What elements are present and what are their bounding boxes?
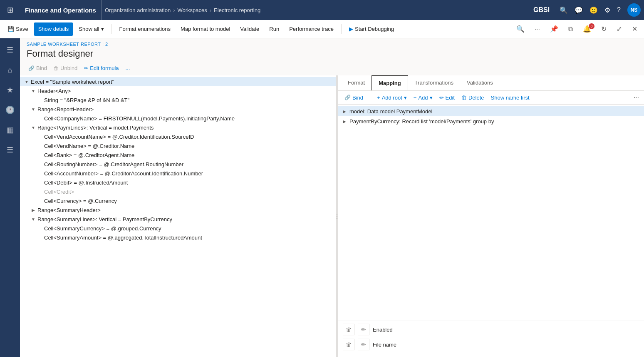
edit-icon: ✏ bbox=[439, 95, 444, 101]
sidebar-nav-hamburger[interactable]: ☰ bbox=[2, 42, 18, 58]
tree-item[interactable]: String = "&RPage &P of &N &D &T" bbox=[20, 95, 336, 105]
split-button[interactable]: ⧉ bbox=[565, 24, 576, 35]
mapping-expander-icon[interactable]: ▶ bbox=[341, 108, 348, 115]
tree-item[interactable]: ▼ Excel = "Sample worksheet report" bbox=[20, 77, 336, 86]
run-button[interactable]: Run bbox=[265, 22, 283, 36]
breadcrumb-chevron-2: › bbox=[210, 7, 211, 13]
edit-formula-button[interactable]: ✏ Edit formula bbox=[82, 64, 120, 72]
add-icon: + bbox=[414, 95, 417, 101]
expander-icon bbox=[37, 188, 43, 195]
app-title: Finance and Operations bbox=[20, 0, 102, 20]
show-details-button[interactable]: Show details bbox=[34, 22, 73, 36]
help-icon[interactable]: ? bbox=[617, 6, 621, 14]
validate-button[interactable]: Validate bbox=[236, 22, 263, 36]
tree-item[interactable]: Cell<AccountNumber> = @.CreditorAccount.… bbox=[20, 169, 336, 178]
tree-item[interactable]: Cell<Currency> = @.Currency bbox=[20, 196, 336, 205]
top-nav: ⊞ Finance and Operations Organization ad… bbox=[0, 0, 644, 20]
property-row-filename: 🗑 ✏ File name bbox=[343, 339, 639, 350]
user-avatar[interactable]: NS bbox=[627, 3, 641, 17]
format-enumerations-button[interactable]: Format enumerations bbox=[115, 22, 175, 36]
mapping-toolbar: 🔗 Bind + Add root ▾ + Add ▾ bbox=[338, 91, 644, 105]
expander-icon[interactable]: ▼ bbox=[30, 124, 37, 131]
mapping-item[interactable]: ▶ model: Data model PaymentModel bbox=[338, 106, 644, 116]
show-all-button[interactable]: Show all ▾ bbox=[74, 22, 108, 36]
unbind-button[interactable]: 🗑 Unbind bbox=[52, 64, 79, 72]
pin-button[interactable]: 📌 bbox=[547, 23, 562, 35]
tab-transformations[interactable]: Transformations bbox=[408, 75, 460, 91]
page-breadcrumb: SAMPLE WORKSHEET REPORT : 2 bbox=[27, 42, 637, 47]
tree-item[interactable]: ▼ Range<PaymLines>: Vertical = model.Pay… bbox=[20, 123, 336, 132]
search-icon[interactable]: 🔍 bbox=[560, 6, 568, 14]
expander-icon bbox=[37, 115, 43, 122]
sidebar-nav-home[interactable]: ⌂ bbox=[2, 62, 18, 78]
performance-trace-button[interactable]: Performance trace bbox=[285, 22, 338, 36]
mapping-bind-icon: 🔗 bbox=[344, 95, 351, 100]
sidebar-nav-workspaces[interactable]: ▦ bbox=[2, 122, 18, 138]
notification-badge: 0 bbox=[589, 23, 594, 29]
tree-item[interactable]: Cell<Credit> bbox=[20, 187, 336, 196]
enabled-label: Enabled bbox=[373, 327, 393, 333]
waffle-icon[interactable]: ⊞ bbox=[3, 3, 17, 17]
bind-button[interactable]: 🔗 Bind bbox=[27, 64, 49, 72]
expander-icon bbox=[37, 179, 43, 186]
filename-edit-button[interactable]: ✏ bbox=[358, 339, 369, 350]
add-button[interactable]: + Add ▾ bbox=[412, 94, 434, 102]
mapping-more-button[interactable]: ··· bbox=[634, 94, 639, 101]
tree-item[interactable]: Cell<Debit> = @.InstructedAmount bbox=[20, 178, 336, 187]
tab-mapping[interactable]: Mapping bbox=[372, 75, 408, 90]
show-name-first-button[interactable]: Show name first bbox=[489, 94, 531, 102]
page-title: Format designer bbox=[27, 48, 637, 59]
mapping-bind-button[interactable]: 🔗 Bind bbox=[343, 94, 365, 102]
tree-item[interactable]: ▼ Range<SummaryLines>: Vertical = Paymen… bbox=[20, 215, 336, 224]
expander-icon[interactable]: ▼ bbox=[30, 106, 37, 112]
tree-item[interactable]: Cell<Bank> = @.CreditorAgent.Name bbox=[20, 150, 336, 160]
save-button[interactable]: 💾 Save bbox=[3, 22, 32, 36]
sidebar-nav-modules[interactable]: ☰ bbox=[2, 142, 18, 158]
enabled-delete-button[interactable]: 🗑 bbox=[343, 324, 354, 335]
tree-item[interactable]: Cell<SummaryCurrency> = @.grouped.Curren… bbox=[20, 224, 336, 233]
breadcrumb-workspaces[interactable]: Workspaces bbox=[177, 7, 207, 13]
settings-icon[interactable]: ⚙ bbox=[604, 6, 610, 14]
tab-validations[interactable]: Validations bbox=[460, 75, 500, 91]
delete-button[interactable]: 🗑 Delete bbox=[460, 94, 486, 102]
debug-icon: ▶ bbox=[349, 26, 353, 32]
chat-icon[interactable]: 💬 bbox=[575, 6, 583, 14]
tree-item[interactable]: Cell<VendAccountName> = @.Creditor.Ident… bbox=[20, 132, 336, 141]
start-debugging-button[interactable]: ▶ Start Debugging bbox=[345, 22, 398, 36]
more-options-button[interactable]: ··· bbox=[531, 24, 543, 35]
breadcrumb-org-admin[interactable]: Organization administration bbox=[105, 7, 171, 13]
expander-icon[interactable]: ▶ bbox=[30, 207, 37, 213]
notification-button[interactable]: 🔔 0 bbox=[580, 23, 594, 35]
tree-item[interactable]: ▼ Header<Any> bbox=[20, 86, 336, 95]
mapping-item[interactable]: ▶ PaymentByCurrency: Record list 'model/… bbox=[338, 116, 644, 126]
mapping-panel: Format Mapping Transformations Validatio… bbox=[338, 75, 644, 357]
page-toolbar: 🔗 Bind 🗑 Unbind ✏ Edit formula ... bbox=[20, 62, 644, 75]
expander-icon[interactable]: ▼ bbox=[30, 87, 37, 94]
mapping-expander-icon[interactable]: ▶ bbox=[341, 118, 348, 125]
breadcrumb-electronic-reporting[interactable]: Electronic reporting bbox=[214, 7, 260, 13]
tree-item[interactable]: Cell<SummaryAmount> = @.aggregated.Total… bbox=[20, 233, 336, 242]
tree-item[interactable]: Cell<VendName> = @.Creditor.Name bbox=[20, 141, 336, 150]
search-cmd-button[interactable]: 🔍 bbox=[513, 23, 528, 35]
tree-item[interactable]: Cell<CompanyName> = FIRSTORNULL(model.Pa… bbox=[20, 114, 336, 123]
tree-item[interactable]: ▶ Range<SummaryHeader> bbox=[20, 205, 336, 215]
map-format-to-model-button[interactable]: Map format to model bbox=[176, 22, 234, 36]
add-chevron-icon: ▾ bbox=[430, 95, 433, 101]
tab-format[interactable]: Format bbox=[341, 75, 372, 91]
filename-delete-button[interactable]: 🗑 bbox=[343, 339, 354, 350]
tree-item[interactable]: ▼ Range<ReportHeader> bbox=[20, 105, 336, 114]
close-button[interactable]: ✕ bbox=[629, 23, 641, 35]
refresh-button[interactable]: ↻ bbox=[598, 23, 610, 35]
more-toolbar-button[interactable]: ... bbox=[124, 64, 132, 72]
expand-button[interactable]: ⤢ bbox=[613, 23, 625, 35]
edit-button[interactable]: ✏ Edit bbox=[438, 94, 456, 102]
feedback-icon[interactable]: 🙂 bbox=[590, 6, 598, 14]
expander-icon[interactable]: ▼ bbox=[30, 216, 37, 222]
tree-item[interactable]: Cell<RoutingNumber> = @.CreditorAgent.Ro… bbox=[20, 160, 336, 169]
cmd-separator-1 bbox=[111, 24, 112, 34]
enabled-edit-button[interactable]: ✏ bbox=[358, 324, 369, 335]
expander-icon[interactable]: ▼ bbox=[23, 78, 30, 85]
sidebar-nav-favorites[interactable]: ★ bbox=[2, 82, 18, 98]
sidebar-nav-recent[interactable]: 🕐 bbox=[2, 102, 18, 118]
add-root-button[interactable]: + Add root ▾ bbox=[375, 94, 409, 102]
